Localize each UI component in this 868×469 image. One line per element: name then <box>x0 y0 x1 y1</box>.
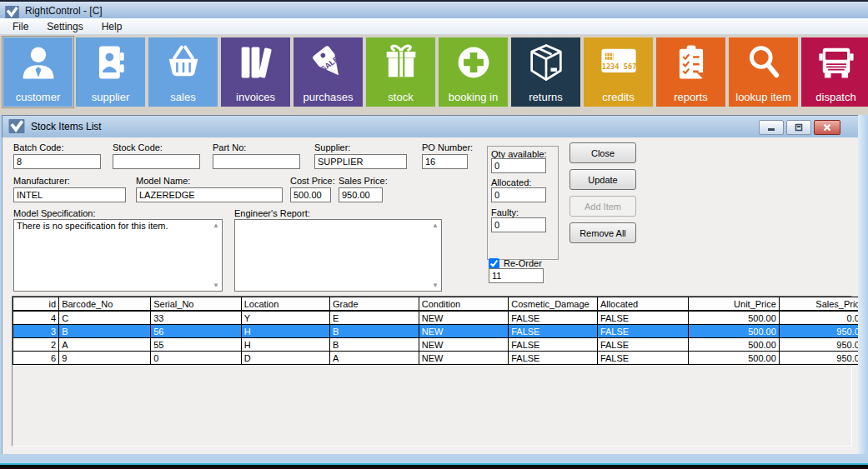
toolbar-button-returns[interactable]: returns <box>511 37 580 107</box>
table-cell[interactable]: 500.00 <box>689 352 780 365</box>
toolbar-button-dispatch[interactable]: dispatch <box>801 37 868 107</box>
table-cell[interactable]: A <box>329 352 419 365</box>
model-name-label: Model Name: <box>136 176 190 186</box>
toolbar-button-label: dispatch <box>801 91 868 103</box>
table-cell[interactable]: C <box>59 311 151 325</box>
menu-file[interactable]: File <box>3 19 38 34</box>
main-titlebar: RightControl - [C] <box>0 2 868 18</box>
restore-button[interactable] <box>786 120 811 135</box>
table-cell[interactable]: FALSE <box>509 338 598 352</box>
table-row[interactable]: 2A55HBNEWFALSEFALSE500.00950.00 <box>13 338 868 352</box>
table-cell[interactable]: E <box>329 311 419 325</box>
column-header-Serial_No[interactable]: Serial_No <box>151 297 242 312</box>
model-name-input[interactable] <box>136 187 283 202</box>
table-cell[interactable]: 2 <box>13 338 59 352</box>
table-cell[interactable]: NEW <box>419 325 508 338</box>
cost-price-input[interactable] <box>290 187 331 202</box>
table-cell[interactable]: 950.00 <box>779 338 867 352</box>
table-row[interactable]: 4C33YENEWFALSEFALSE500.000.00 <box>13 311 868 325</box>
stock-code-input[interactable] <box>113 154 200 169</box>
table-cell[interactable]: 56 <box>151 325 242 338</box>
column-header-Sales_Price[interactable]: Sales_Price <box>779 297 867 312</box>
engineers-report-textarea[interactable] <box>234 219 442 292</box>
table-row[interactable]: 690DANEWFALSEFALSE500.00950.00 <box>13 352 868 365</box>
table-cell[interactable]: B <box>329 338 419 352</box>
table-cell[interactable]: A <box>59 338 151 352</box>
column-header-Barcode_No[interactable]: Barcode_No <box>59 297 151 312</box>
reorder-input[interactable] <box>489 268 544 283</box>
toolbar-button-lookup-item[interactable]: lookup item <box>729 37 798 107</box>
table-cell[interactable]: FALSE <box>509 311 598 325</box>
close-window-button[interactable]: Close <box>569 142 636 163</box>
toolbar-button-label: customer <box>3 91 73 103</box>
table-cell[interactable]: H <box>241 338 329 352</box>
table-row[interactable]: 3B56HBNEWFALSEFALSE500.00950.00 <box>13 325 868 338</box>
table-cell[interactable]: 4 <box>13 311 59 325</box>
table-cell[interactable]: Y <box>241 311 329 325</box>
faulty-input[interactable] <box>491 217 546 232</box>
toolbar-button-supplier[interactable]: supplier <box>76 37 145 107</box>
column-header-Grade[interactable]: Grade <box>329 297 419 312</box>
menu-help[interactable]: Help <box>93 19 132 34</box>
table-cell[interactable]: 950.00 <box>779 325 867 338</box>
close-button[interactable] <box>814 120 840 135</box>
column-header-Allocated[interactable]: Allocated <box>597 297 688 312</box>
toolbar-button-invoices[interactable]: invoices <box>221 37 290 107</box>
column-header-Condition[interactable]: Condition <box>419 297 508 312</box>
qty-available-input[interactable] <box>491 158 546 173</box>
toolbar-button-credits[interactable]: 1234 567credits <box>584 37 653 107</box>
table-cell[interactable]: 0 <box>151 352 242 365</box>
table-cell[interactable]: 6 <box>13 352 59 365</box>
table-cell[interactable]: 55 <box>151 338 242 352</box>
sales-price-input[interactable] <box>339 187 383 202</box>
column-header-Unit_Price[interactable]: Unit_Price <box>689 297 780 312</box>
table-cell[interactable]: FALSE <box>597 311 688 325</box>
po-number-input[interactable] <box>422 154 468 169</box>
table-cell[interactable]: 950.00 <box>779 352 867 365</box>
part-no-input[interactable] <box>213 154 300 169</box>
batch-code-input[interactable] <box>13 154 101 169</box>
stock-window-titlebar <box>2 115 865 137</box>
table-cell[interactable]: FALSE <box>509 352 598 365</box>
table-cell[interactable]: FALSE <box>597 338 688 352</box>
minimize-button[interactable] <box>759 120 784 135</box>
table-cell[interactable]: 500.00 <box>689 325 780 338</box>
table-cell[interactable]: FALSE <box>509 325 598 338</box>
toolbar-button-booking-in[interactable]: booking in <box>439 37 508 107</box>
toolbar-button-customer[interactable]: customer <box>3 37 73 107</box>
toolbar-button-reports[interactable]: reports <box>656 37 725 107</box>
manufacturer-input[interactable] <box>13 187 126 202</box>
model-specification-textarea[interactable]: There is no specification for this item. <box>13 219 223 292</box>
table-cell[interactable]: NEW <box>419 338 508 352</box>
table-cell[interactable]: B <box>59 325 151 338</box>
column-header-Location[interactable]: Location <box>241 297 329 312</box>
column-header-Cosmetic_Damage[interactable]: Cosmetic_Damage <box>509 297 598 312</box>
table-cell[interactable]: H <box>241 325 329 338</box>
update-button[interactable]: Update <box>569 169 636 190</box>
table-cell[interactable]: 0.00 <box>779 311 867 325</box>
supplier-input[interactable] <box>314 154 407 169</box>
table-cell[interactable]: FALSE <box>597 325 688 338</box>
toolbar-button-label: reports <box>656 91 725 103</box>
app-logo-icon <box>5 6 19 18</box>
toolbar-button-purchases[interactable]: SALEpurchases <box>294 37 363 107</box>
table-cell[interactable]: 500.00 <box>689 338 780 352</box>
toolbar: customersuppliersalesinvoicesSALEpurchas… <box>0 35 868 115</box>
table-cell[interactable]: FALSE <box>597 352 688 365</box>
table-cell[interactable]: D <box>241 352 329 365</box>
toolbar-button-stock[interactable]: stock <box>366 37 435 107</box>
toolbar-button-label: invoices <box>221 91 290 103</box>
table-cell[interactable]: 33 <box>151 311 242 325</box>
allocated-input[interactable] <box>491 187 546 202</box>
restore-icon <box>794 123 804 132</box>
toolbar-button-sales[interactable]: sales <box>148 37 218 107</box>
table-cell[interactable]: B <box>329 325 419 338</box>
table-cell[interactable]: NEW <box>419 352 508 365</box>
table-cell[interactable]: 9 <box>59 352 151 365</box>
column-header-id[interactable]: id <box>13 297 59 312</box>
table-cell[interactable]: 3 <box>13 325 59 338</box>
table-cell[interactable]: 500.00 <box>689 311 780 325</box>
remove-all-button[interactable]: Remove All <box>569 222 636 243</box>
table-cell[interactable]: NEW <box>419 311 508 325</box>
menu-settings[interactable]: Settings <box>38 19 92 34</box>
